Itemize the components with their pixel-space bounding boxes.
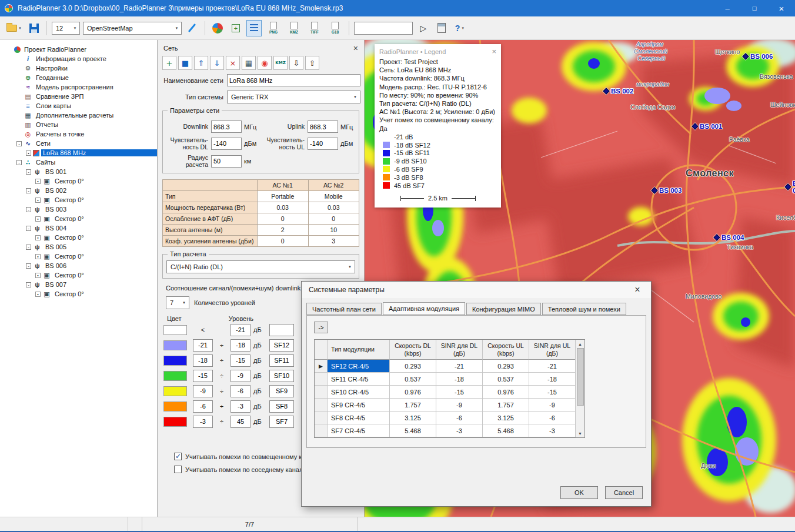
dialog-tab[interactable]: Тепловой шум и помехи: [542, 303, 626, 315]
tree-expander-icon[interactable]: [35, 216, 41, 222]
tree-item[interactable]: BS 007: [0, 280, 157, 289]
tree-item[interactable]: BS 005: [0, 242, 157, 252]
bs-marker[interactable]: BS 003: [652, 187, 682, 194]
station-table-row[interactable]: Ослабление в АФТ (дБ) 0 0: [163, 213, 359, 225]
modulation-row[interactable]: SF12 CR-4/5 0.293 -21 0.293 -21: [315, 360, 576, 373]
colors-tool-button[interactable]: ◉: [258, 56, 272, 70]
scroll-up-icon[interactable]: [578, 340, 582, 348]
dialog-tab[interactable]: Частотный план сети: [306, 303, 382, 315]
tree-expander-icon[interactable]: [26, 150, 31, 156]
move-row-button[interactable]: ->: [314, 322, 328, 333]
tree-item[interactable]: Сектор 0°: [0, 176, 157, 186]
close-button[interactable]: [768, 0, 795, 16]
bs-marker[interactable]: BS 006: [743, 53, 773, 60]
tree-item[interactable]: Отчеты: [0, 120, 157, 129]
move-up-tool-button[interactable]: ⇑: [194, 56, 208, 70]
station-table-row[interactable]: Тип Portable Mobile: [163, 191, 359, 202]
tree-item[interactable]: Расчеты в точке: [0, 129, 157, 139]
level-sf-input[interactable]: [269, 385, 294, 397]
help-button[interactable]: [452, 20, 467, 36]
add-frame-button[interactable]: [228, 20, 243, 36]
cancel-button[interactable]: Cancel: [605, 486, 643, 499]
kmz-tool-button[interactable]: KMZ: [273, 56, 288, 70]
export-tool-button[interactable]: ⇧: [305, 56, 319, 70]
delete-tool-button[interactable]: ×: [226, 56, 240, 70]
tree-expander-icon[interactable]: [26, 188, 31, 193]
station-table-row[interactable]: Мощность передатчика (Вт) 0.03 0.03: [163, 202, 359, 213]
radius-input[interactable]: [211, 155, 242, 168]
tree-item[interactable]: Сайты: [0, 158, 157, 167]
tree-item[interactable]: Слои карты: [0, 101, 157, 111]
tree-item[interactable]: Сектор 0°: [0, 289, 157, 299]
tree-expander-icon[interactable]: [26, 169, 31, 175]
level-sf-input[interactable]: [269, 416, 294, 428]
bs-marker[interactable]: BS 004: [714, 234, 744, 241]
tree-expander-icon[interactable]: [35, 254, 41, 259]
level-from-input[interactable]: [193, 370, 213, 382]
add-tool-button[interactable]: +: [162, 56, 176, 70]
dialog-tab[interactable]: Адаптивная модуляция: [383, 302, 465, 315]
legend-toggle-button[interactable]: [246, 20, 262, 36]
select-tool-button[interactable]: ■: [178, 56, 192, 70]
level-sf-input[interactable]: [269, 354, 294, 367]
tree-item[interactable]: Модель распространения: [0, 82, 157, 92]
downlink-input[interactable]: [211, 121, 242, 133]
tree-item[interactable]: Настройки: [0, 63, 157, 73]
tree-item[interactable]: Сектор 0°: [0, 195, 157, 205]
network-name-input[interactable]: [227, 74, 360, 86]
tree-expander-icon[interactable]: [35, 179, 41, 184]
level-sf-input[interactable]: [269, 400, 294, 413]
tree-item[interactable]: Дополнительные расчеты: [0, 111, 157, 120]
tree-item[interactable]: LoRa 868 MHz: [0, 148, 157, 158]
bs-marker[interactable]: BS 005: [786, 180, 795, 194]
calculator-button[interactable]: [434, 20, 449, 36]
tree-item[interactable]: Сектор 0°: [0, 214, 157, 223]
tree-item[interactable]: Сектор 0°: [0, 252, 157, 261]
level-color-swatch[interactable]: [163, 356, 187, 366]
station-table-row[interactable]: Высота антенны (м) 2 10: [163, 225, 359, 236]
tree-expander-icon[interactable]: [35, 235, 41, 240]
run-button[interactable]: [416, 20, 431, 36]
measure-button[interactable]: [185, 20, 200, 36]
open-project-button[interactable]: [5, 20, 24, 36]
tree-item[interactable]: BS 006: [0, 261, 157, 270]
import-tool-button[interactable]: ⇩: [289, 56, 303, 70]
tree-expander-icon[interactable]: [26, 263, 31, 269]
checkbox-icon[interactable]: [174, 453, 182, 460]
export-png-button[interactable]: PNG: [265, 20, 282, 36]
export-tiff-button[interactable]: TIFF: [306, 20, 323, 36]
export-kmz-button[interactable]: KMZ: [285, 20, 303, 36]
level-from-input[interactable]: [193, 385, 213, 397]
font-size-combo[interactable]: 12: [52, 22, 80, 35]
export-g18-button[interactable]: G18: [326, 20, 344, 36]
modulation-row[interactable]: SF8 CR-4/5 3.125 -6 3.125 -6: [315, 411, 576, 424]
level-sf-input[interactable]: [269, 339, 294, 352]
save-button[interactable]: [26, 20, 42, 36]
tree-item[interactable]: Сектор 0°: [0, 270, 157, 280]
level-from-input[interactable]: [193, 416, 213, 428]
coverage-colors-button[interactable]: [210, 20, 225, 36]
calc-type-combo[interactable]: C/(I+N) Ratio (DL): [166, 260, 355, 273]
level-to-input[interactable]: [231, 339, 250, 352]
legend-close-icon[interactable]: [492, 47, 496, 56]
level-color-swatch[interactable]: [163, 417, 187, 427]
sensitivity-dl-input[interactable]: [211, 138, 242, 150]
level-sf-input[interactable]: [269, 370, 294, 382]
tree-expander-icon[interactable]: [26, 226, 31, 231]
tree-item[interactable]: BS 002: [0, 186, 157, 195]
tree-item[interactable]: Геоданные: [0, 73, 157, 82]
level-to-input[interactable]: [231, 324, 250, 336]
tree-expander-icon[interactable]: [35, 273, 41, 278]
move-down-tool-button[interactable]: ⇓: [210, 56, 224, 70]
checkbox-icon[interactable]: [174, 466, 182, 473]
level-from-input[interactable]: [193, 354, 213, 367]
tree-expander-icon[interactable]: [16, 141, 22, 146]
level-color-swatch[interactable]: [163, 371, 187, 381]
level-color-swatch[interactable]: [163, 325, 187, 335]
ok-button[interactable]: OK: [560, 486, 598, 499]
levels-count-combo[interactable]: 7: [166, 296, 189, 309]
level-to-input[interactable]: [231, 370, 250, 382]
level-sf-input[interactable]: [269, 324, 294, 336]
basemap-combo[interactable]: OpenStreetMap: [83, 22, 182, 35]
tree-item[interactable]: Сектор 0°: [0, 233, 157, 242]
